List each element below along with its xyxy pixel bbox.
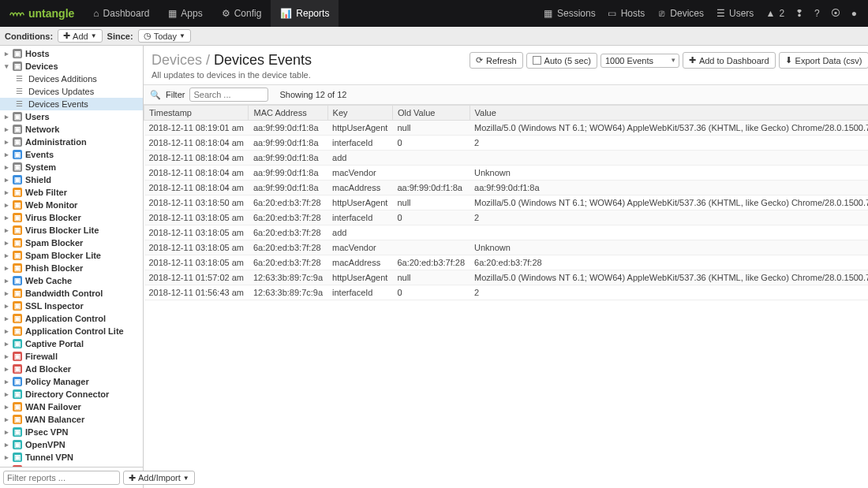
tree-item[interactable]: ▸▣Shield [0, 173, 143, 186]
tree-item[interactable]: ▸▣Web Cache [0, 274, 143, 287]
tree-item[interactable]: ▸▣Administration [0, 136, 143, 148]
tree-item[interactable]: ▸▣Web Filter [0, 186, 143, 199]
tree-label: Captive Portal [25, 338, 84, 349]
tree-item[interactable]: ▾▣Devices [0, 60, 143, 73]
tree-label: Tunnel VPN [25, 452, 73, 463]
refresh-label: Refresh [486, 56, 517, 65]
since-select[interactable]: ◷Today▼ [138, 29, 191, 43]
tree-item[interactable]: ▸▣System [0, 161, 143, 173]
auto-refresh-toggle[interactable]: Auto (5 sec) [526, 53, 597, 69]
column-header[interactable]: MAC Address [249, 106, 327, 121]
bulb-icon[interactable]: ❢ [795, 8, 803, 19]
filter-reports-input[interactable] [3, 471, 120, 485]
table-row[interactable]: 2018-12-11 03:18:05 am6a:20:ed:b3:7f:28m… [144, 240, 869, 255]
hosts-link[interactable]: ▭Hosts [607, 8, 645, 19]
tree-item[interactable]: ▸▣Spam Blocker [0, 237, 143, 249]
expand-icon: ▸ [5, 136, 11, 147]
tree-item[interactable]: ▸▣IPsec VPN [0, 426, 143, 438]
auto-label: Auto (5 sec) [544, 56, 591, 65]
sessions-link[interactable]: ▦Sessions [543, 8, 596, 19]
events-count-select[interactable]: 1000 Events [600, 54, 679, 68]
tree-item[interactable]: ▸▣Phish Blocker [0, 262, 143, 274]
cell: aa:9f:99:0d:f1:8a [249, 121, 327, 136]
table-row[interactable]: 2018-12-11 03:18:05 am6a:20:ed:b3:7f:28i… [144, 210, 869, 225]
expand-icon: ▸ [5, 187, 11, 198]
plus-icon: ✚ [689, 55, 696, 65]
table-row[interactable]: 2018-12-11 08:19:01 amaa:9f:99:0d:f1:8ah… [144, 121, 869, 136]
column-header[interactable]: Value [470, 106, 868, 121]
tree-item[interactable]: ▸▣Bandwidth Control [0, 287, 143, 300]
category-icon: ▣ [13, 314, 22, 323]
tree-item[interactable]: ▸▣Directory Connector [0, 388, 143, 400]
events-grid[interactable]: TimestampMAC AddressKeyOld ValueValue 20… [144, 105, 868, 488]
tree-item[interactable]: ▸▣Network [0, 123, 143, 136]
tree-item[interactable]: ☰Devices Updates [0, 85, 143, 98]
cell: 0 [392, 210, 470, 225]
tree-item[interactable]: ▸▣Application Control Lite [0, 325, 143, 337]
tree-label: WAN Failover [25, 401, 81, 412]
table-row[interactable]: 2018-12-11 03:18:05 am6a:20:ed:b3:7f:28m… [144, 255, 869, 270]
cell: null [392, 270, 470, 285]
tree-item[interactable]: ☰Devices Additions [0, 73, 143, 85]
table-row[interactable]: 2018-12-11 01:57:02 am12:63:3b:89:7c:9ah… [144, 270, 869, 285]
cell: 2 [470, 136, 868, 151]
table-row[interactable]: 2018-12-11 01:56:43 am12:63:3b:89:7c:9ai… [144, 285, 869, 300]
tree-item[interactable]: ▸▣Virus Blocker [0, 211, 143, 224]
warning-badge[interactable]: ▲2 [765, 8, 784, 19]
tree-item[interactable]: ▸▣Captive Portal [0, 337, 143, 350]
column-header[interactable]: Old Value [392, 106, 470, 121]
category-icon: ▣ [13, 112, 22, 121]
table-row[interactable]: 2018-12-11 08:18:04 amaa:9f:99:0d:f1:8aa… [144, 151, 869, 166]
user-icon[interactable]: ● [851, 8, 857, 19]
tree-label: Web Monitor [25, 199, 77, 210]
globe-icon[interactable]: ⦿ [831, 8, 840, 19]
table-row[interactable]: 2018-12-11 08:18:04 amaa:9f:99:0d:f1:8ai… [144, 136, 869, 151]
cell: 2018-12-11 08:18:04 am [144, 166, 249, 181]
main-nav: ⌂Dashboard▦Apps⚙Config📊Reports [84, 0, 339, 27]
tree-item[interactable]: ▸▣Tunnel VPN [0, 451, 143, 464]
tree-item[interactable]: ▸▣Application Control [0, 312, 143, 325]
tree-item[interactable]: ▸▣Firewall [0, 350, 143, 363]
tree-item[interactable]: ▸▣Virus Blocker Lite [0, 224, 143, 237]
expand-icon: ▸ [5, 288, 11, 299]
add-condition-button[interactable]: ✚Add▼ [58, 29, 103, 43]
crumb-parent[interactable]: Devices [152, 52, 202, 68]
table-row[interactable]: 2018-12-11 03:18:05 am6a:20:ed:b3:7f:28a… [144, 225, 869, 240]
tree-item[interactable]: ▸▣WAN Failover [0, 400, 143, 413]
nav-reports[interactable]: 📊Reports [271, 0, 339, 27]
tree-item[interactable]: ☰Devices Events [0, 98, 143, 110]
add-to-dashboard-button[interactable]: ✚Add to Dashboard [683, 52, 776, 69]
tree-item[interactable]: ▸▣Users [0, 110, 143, 123]
tree-item[interactable]: ▸▣Policy Manager [0, 375, 143, 388]
tree-item[interactable]: ▸▣Web Monitor [0, 199, 143, 211]
category-icon: ▣ [13, 200, 22, 210]
column-header[interactable]: Timestamp [144, 106, 249, 121]
cell: Unknown [470, 240, 868, 255]
list-icon: ☰ [16, 86, 25, 97]
expand-icon: ▸ [5, 439, 11, 450]
nav-apps[interactable]: ▦Apps [159, 0, 211, 27]
table-row[interactable]: 2018-12-11 03:18:50 am6a:20:ed:b3:7f:28h… [144, 196, 869, 210]
tree-item[interactable]: ▸▣OpenVPN [0, 438, 143, 451]
tree-item[interactable]: ▸▣SSL Inspector [0, 300, 143, 312]
tree-item[interactable]: ▸▣Spam Blocker Lite [0, 249, 143, 262]
tree-item[interactable]: ▸▣Events [0, 148, 143, 161]
nav-config[interactable]: ⚙Config [212, 0, 271, 27]
cell: 2018-12-11 03:18:05 am [144, 255, 249, 270]
brand-text: untangle [28, 7, 74, 20]
column-header[interactable]: Key [327, 106, 392, 121]
users-link[interactable]: ☰Users [715, 8, 754, 19]
nav-dashboard[interactable]: ⌂Dashboard [84, 0, 159, 27]
filter-search-input[interactable] [189, 88, 268, 102]
tree-item[interactable]: ▸▣Ad Blocker [0, 363, 143, 375]
export-button[interactable]: ⬇Export Data (csv) [779, 52, 868, 69]
showing-count: Showing 12 of 12 [279, 90, 346, 99]
devices-link[interactable]: ⎚Devices [656, 8, 704, 19]
table-row[interactable]: 2018-12-11 08:18:04 amaa:9f:99:0d:f1:8am… [144, 181, 869, 196]
tree-item[interactable]: ▸▣WAN Balancer [0, 413, 143, 426]
tree-item[interactable]: ▸▣Hosts [0, 47, 143, 60]
table-row[interactable]: 2018-12-11 08:18:04 amaa:9f:99:0d:f1:8am… [144, 166, 869, 181]
refresh-button[interactable]: ⟳Refresh [470, 52, 523, 69]
cell: add [327, 151, 392, 166]
help-icon[interactable]: ? [814, 8, 820, 19]
